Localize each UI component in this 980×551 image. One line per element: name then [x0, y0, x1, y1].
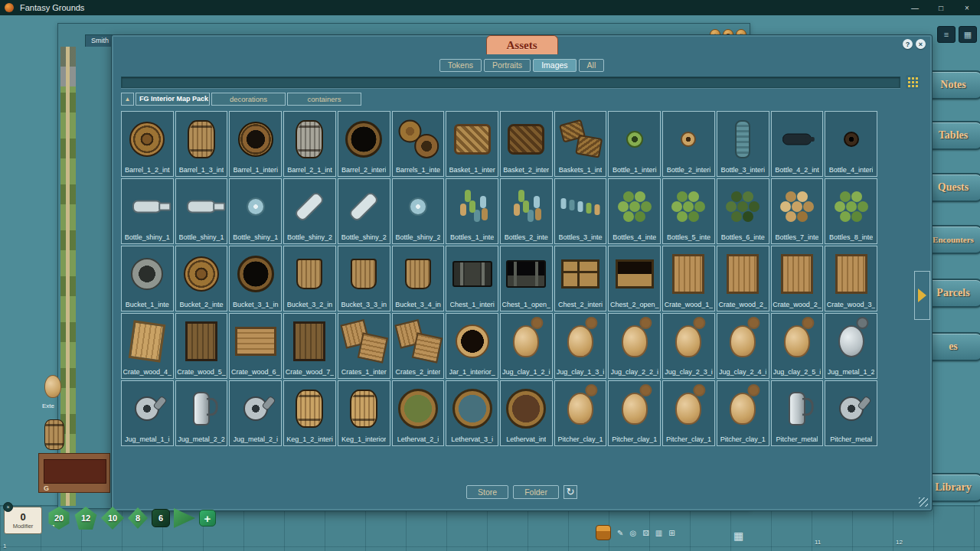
asset-cell[interactable]: Bottle_3_interi — [717, 111, 769, 177]
asset-cell[interactable]: Lethervat_2_i — [392, 380, 445, 446]
list-icon[interactable]: ≡ — [937, 26, 956, 43]
asset-cell[interactable]: Bottle_1_interi — [608, 111, 661, 177]
asset-cell[interactable]: Pitcher_metal — [771, 380, 824, 446]
help-icon[interactable]: ? — [903, 39, 913, 49]
asset-cell[interactable]: Jar_1_interior_ — [446, 313, 498, 379]
d6-die[interactable]: 6 — [152, 509, 170, 527]
asset-cell[interactable]: Jug_clay_2_2_i — [608, 313, 661, 379]
asset-cell[interactable]: Lethervat_int — [500, 380, 553, 446]
asset-cell[interactable]: Chest_1_interi — [446, 246, 498, 311]
asset-cell[interactable]: Barrel_1_interi — [229, 111, 282, 177]
draw-icon[interactable]: ✎ — [617, 529, 623, 537]
asset-cell[interactable]: Pitcher_clay_1 — [554, 380, 607, 446]
asset-cell[interactable]: Bottles_2_inte — [500, 178, 553, 244]
close-icon[interactable]: × — [916, 39, 926, 49]
asset-cell[interactable]: Crates_1_inter — [338, 313, 390, 379]
asset-cell[interactable]: Baskets_1_int — [554, 111, 607, 177]
asset-cell[interactable]: Chest_2_interi — [554, 246, 607, 311]
asset-cell[interactable]: Bottles_3_inte — [554, 178, 607, 244]
asset-cell[interactable]: Crate_wood_7_ — [283, 313, 336, 379]
modifier-box[interactable]: × 0 Modifier — [4, 507, 42, 534]
asset-cell[interactable]: Crate_wood_1_ — [662, 246, 715, 311]
asset-cell[interactable]: Bottle_shiny_1 — [175, 178, 228, 244]
asset-cell[interactable]: Bucket_1_inte — [121, 246, 174, 311]
asset-cell[interactable]: Bucket_3_3_in — [338, 246, 390, 311]
resize-grip[interactable] — [919, 497, 928, 507]
clear-modifier-icon[interactable]: × — [3, 502, 13, 512]
asset-cell[interactable]: Bottle_2_interi — [662, 111, 715, 177]
asset-cell[interactable]: Crate_wood_6_ — [229, 313, 282, 379]
close-window-icon[interactable]: × — [954, 0, 980, 15]
filter-bar[interactable] — [121, 77, 900, 88]
dialog-title[interactable]: Assets — [486, 35, 558, 54]
asset-cell[interactable]: Bucket_3_1_in — [229, 246, 282, 311]
asset-cell[interactable]: Bottles_1_inte — [446, 178, 498, 244]
asset-cell[interactable]: Pitcher_clay_1 — [608, 380, 661, 446]
asset-cell[interactable]: Bottle_shiny_2 — [283, 178, 336, 244]
asset-cell[interactable]: Bottle_shiny_2 — [392, 178, 445, 244]
table-icon[interactable]: ▦ — [733, 530, 743, 542]
maximize-icon[interactable]: □ — [928, 0, 954, 15]
asset-cell[interactable]: Jug_metal_2_i — [229, 380, 282, 446]
grid-icon[interactable]: ▦ — [959, 26, 977, 43]
asset-cell[interactable]: Jug_metal_1_2 — [825, 313, 877, 379]
asset-cell[interactable]: Crate_wood_5_ — [175, 313, 228, 379]
asset-cell[interactable]: Bottle_4_interi — [825, 111, 877, 177]
asset-cell[interactable]: Keg_1_interior — [338, 380, 390, 446]
asset-cell[interactable]: Jug_clay_2_5_i — [771, 313, 824, 379]
pointer-icon[interactable]: ⊞ — [668, 529, 675, 537]
d20-die[interactable]: 2091 — [47, 507, 70, 530]
asset-cell[interactable]: Bottle_shiny_1 — [121, 178, 174, 244]
d8-die[interactable]: 8 — [128, 507, 148, 529]
asset-cell[interactable]: Barrel_2_interi — [338, 111, 390, 177]
asset-cell[interactable]: Crate_wood_3_ — [825, 246, 877, 311]
tab-portraits[interactable]: Portraits — [484, 59, 531, 72]
breadcrumb-module[interactable]: FG Interior Map Pack 2 — [136, 93, 210, 106]
asset-cell[interactable]: Bottles_7_inte — [771, 178, 824, 244]
breadcrumb-folder-decorations[interactable]: decorations — [211, 93, 286, 106]
asset-cell[interactable]: Bottle_shiny_2 — [338, 178, 390, 244]
dice-icon[interactable]: ⚄ — [642, 529, 649, 537]
asset-cell[interactable]: Bottles_4_inte — [608, 178, 661, 244]
asset-cell[interactable]: Bottles_8_inte — [825, 178, 877, 244]
asset-cell[interactable]: Barrels_1_inte — [392, 111, 445, 177]
tab-images[interactable]: Images — [533, 59, 576, 72]
asset-cell[interactable]: Chest_2_open_ — [608, 246, 661, 311]
asset-cell[interactable]: Crate_wood_4_ — [121, 313, 174, 379]
asset-cell[interactable]: Jug_metal_1_i — [121, 380, 174, 446]
breadcrumb-folder-containers[interactable]: containers — [287, 93, 361, 106]
asset-cell[interactable]: Crate_wood_2_ — [771, 246, 824, 311]
asset-cell[interactable]: Pitcher_clay_1 — [717, 380, 769, 446]
asset-cell[interactable]: Pitcher_clay_1 — [662, 380, 715, 446]
asset-cell[interactable]: Chest_1_open_ — [500, 246, 553, 311]
folder-button[interactable]: Folder — [513, 485, 559, 499]
asset-cell[interactable]: Pitcher_metal — [825, 380, 877, 446]
tab-all[interactable]: All — [579, 59, 605, 72]
target-icon[interactable]: ◎ — [629, 529, 636, 537]
asset-cell[interactable]: Crates_2_inter — [392, 313, 445, 379]
jug-thumbnail[interactable] — [44, 375, 61, 398]
mask-icon[interactable]: ▥ — [655, 529, 662, 537]
asset-cell[interactable]: Lethervat_3_i — [446, 380, 498, 446]
up-folder-icon[interactable]: ▲ — [121, 93, 134, 106]
tab-tokens[interactable]: Tokens — [439, 59, 482, 72]
grid-view-icon[interactable] — [906, 75, 920, 89]
next-page-arrow[interactable] — [914, 271, 930, 320]
asset-cell[interactable]: Jug_clay_1_3_i — [554, 313, 607, 379]
refresh-icon[interactable]: ↻ — [564, 485, 577, 499]
d4-die[interactable] — [174, 508, 195, 528]
asset-cell[interactable]: Barrel_1_3_int — [175, 111, 228, 177]
asset-cell[interactable]: Basket_1_inter — [446, 111, 498, 177]
store-button[interactable]: Store — [466, 485, 508, 499]
asset-cell[interactable]: Bucket_2_inte — [175, 246, 228, 311]
asset-cell[interactable]: Bottle_shiny_1 — [229, 178, 282, 244]
minimize-icon[interactable]: — — [902, 0, 928, 15]
asset-cell[interactable]: Bottle_4_2_int — [771, 111, 824, 177]
asset-cell[interactable]: Jug_clay_2_4_i — [717, 313, 769, 379]
asset-cell[interactable]: Bottles_5_inte — [662, 178, 715, 244]
asset-cell[interactable]: Crate_wood_2_ — [717, 246, 769, 311]
asset-cell[interactable]: Bucket_3_2_in — [283, 246, 336, 311]
d100-die[interactable]: 91 — [49, 524, 55, 530]
asset-cell[interactable]: Bucket_3_4_in — [392, 246, 445, 311]
asset-cell[interactable]: Bottles_6_inte — [717, 178, 769, 244]
